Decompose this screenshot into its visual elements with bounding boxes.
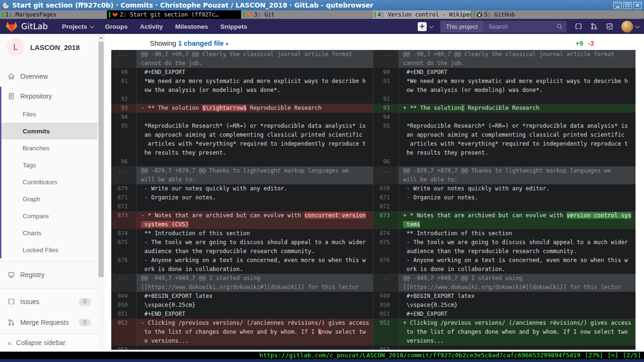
old-line-number[interactable]: 951	[111, 310, 137, 319]
new-code: @@ -90,7 +90,7 @@ Clearly the classical …	[399, 50, 636, 68]
project-header[interactable]: L LASCON_2018	[0, 34, 98, 60]
sidebar-item-commits[interactable]: Commits	[0, 123, 98, 140]
new-line-number[interactable]: 872	[373, 202, 399, 211]
new-line-number[interactable]: 875	[373, 238, 399, 256]
old-line-number[interactable]: 871	[111, 193, 137, 202]
old-line-number[interactable]: 874	[111, 229, 137, 238]
new-line-number[interactable]: 96	[373, 157, 399, 166]
showing-prefix: Showing	[150, 40, 176, 47]
new-line-number[interactable]: 874	[373, 229, 399, 238]
tab-2[interactable]: 2: Start git section (ff927c…	[107, 10, 241, 19]
old-line-number[interactable]: 90	[111, 68, 137, 77]
sidebar-item-contributors[interactable]: Contributors	[0, 173, 98, 190]
new-dropdown[interactable]: +	[418, 22, 432, 31]
tab-1[interactable]: 1: MarquesPages	[0, 10, 107, 19]
sidebar-item-registry[interactable]: Registry	[0, 264, 98, 285]
issues-nav-icon[interactable]	[575, 23, 582, 30]
new-line-number[interactable]: 94	[373, 113, 399, 122]
sidebar-item-repository[interactable]: Repository	[0, 87, 98, 106]
sidebar-item-label: Compare	[23, 213, 49, 220]
old-line-number[interactable]: 93	[111, 104, 137, 113]
tab-3[interactable]: 3: Git	[241, 10, 372, 19]
sidebar-item-merge-requests[interactable]: Merge Requests0	[0, 312, 98, 333]
sidebar-item-branches[interactable]: Branches	[0, 140, 98, 156]
collapse-sidebar-button[interactable]: « Collapse sidebar	[0, 333, 98, 352]
new-line-number[interactable]: 91	[373, 77, 399, 95]
new-line-number[interactable]: 870	[373, 184, 399, 193]
new-code: #+END_EXPORT	[399, 68, 636, 77]
old-line-number[interactable]: 950	[111, 301, 137, 310]
sidebar-item-tags[interactable]: Tags	[0, 156, 98, 173]
sidebar-item-charts[interactable]: Charts	[0, 224, 98, 241]
new-line-number[interactable]: 873	[373, 211, 399, 229]
new-code: *We need are more systematic and more ex…	[399, 77, 636, 95]
new-line-number[interactable]: 90	[373, 68, 399, 77]
nav-activity[interactable]: Activity	[140, 23, 163, 30]
old-line-number[interactable]: 873	[111, 211, 137, 229]
old-line-number[interactable]: ...	[111, 166, 137, 184]
collapse-label: Collapse sidebar	[16, 339, 65, 346]
tab-5[interactable]: 5: GitHub	[471, 10, 644, 19]
old-line-number[interactable]: 953	[111, 346, 137, 350]
sidebar-item-label: Registry	[20, 271, 44, 279]
user-menu[interactable]	[621, 21, 638, 33]
nav-groups[interactable]: Groups	[105, 23, 128, 30]
showing-text: Showing 1 changed file ▾	[150, 40, 228, 47]
old-line-number[interactable]: 96	[111, 157, 137, 166]
sidebar-item-label: Merge Requests	[20, 319, 69, 326]
scrollbar-up-arrow-icon[interactable]: ▲	[98, 34, 105, 41]
close-button[interactable]: ×	[633, 2, 642, 9]
new-line-number[interactable]: ...	[373, 166, 399, 184]
sidebar-item-overview[interactable]: Overview	[0, 66, 98, 87]
old-line-number[interactable]: 876	[111, 256, 137, 274]
sidebar-scrollbar[interactable]: ▲	[98, 34, 105, 352]
old-line-number[interactable]: 872	[111, 202, 137, 211]
merge-requests-nav-icon[interactable]	[590, 23, 598, 30]
new-line-number[interactable]: 952	[373, 319, 399, 346]
new-line-number[interactable]: 951	[373, 310, 399, 319]
sidebar-item-files[interactable]: Files	[0, 106, 98, 123]
nav-snippets[interactable]: Snippets	[220, 23, 247, 30]
new-line-number[interactable]: 949	[373, 292, 399, 301]
sidebar-item-graph[interactable]: Graph	[0, 190, 98, 207]
todos-icon[interactable]	[606, 23, 613, 30]
sidebar-item-compare[interactable]: Compare	[0, 207, 98, 224]
scrollbar-thumb[interactable]	[99, 41, 104, 277]
tab-4[interactable]: 4: Version control - Wikipedia	[372, 10, 471, 19]
nav-milestones[interactable]: Milestones	[175, 23, 208, 30]
new-line-number[interactable]: ...	[373, 50, 399, 68]
old-line-number[interactable]: 875	[111, 238, 137, 256]
sidebar-item-locked-files[interactable]: Locked Files	[0, 241, 98, 258]
new-line-number[interactable]: 950	[373, 301, 399, 310]
minimize-button[interactable]	[613, 2, 622, 9]
new-line-number[interactable]: ...	[373, 274, 399, 292]
diff-row: 9696	[111, 157, 636, 166]
new-line-number[interactable]: 95	[373, 122, 399, 157]
search-input[interactable]	[487, 23, 553, 31]
new-line-number[interactable]: 876	[373, 256, 399, 274]
new-line-number[interactable]: 953	[373, 346, 399, 350]
nav-item-label: Snippets	[220, 23, 247, 30]
window-controls: ×	[613, 2, 642, 9]
additions-count: +9	[576, 40, 584, 47]
old-line-number[interactable]: 952	[111, 319, 137, 346]
old-line-number[interactable]: 92	[111, 95, 137, 104]
old-line-number[interactable]: 870	[111, 184, 137, 193]
new-line-number[interactable]: 92	[373, 95, 399, 104]
new-code	[399, 157, 636, 166]
new-code: - The tools we are going to discuss shou…	[399, 238, 636, 256]
new-line-number[interactable]: 871	[373, 193, 399, 202]
old-line-number[interactable]: ...	[111, 274, 137, 292]
nav-projects[interactable]: Projects	[62, 23, 92, 30]
old-line-number[interactable]: ...	[111, 50, 137, 68]
old-line-number[interactable]: 95	[111, 122, 137, 157]
maximize-button[interactable]	[623, 2, 632, 9]
gitlab-logo[interactable]: GitLab	[6, 21, 48, 33]
sidebar-item-issues[interactable]: Issues0	[0, 291, 98, 312]
old-line-number[interactable]: 91	[111, 77, 137, 95]
old-line-number[interactable]: 94	[111, 113, 137, 122]
new-code	[399, 202, 636, 211]
new-line-number[interactable]: 93	[373, 104, 399, 113]
old-line-number[interactable]: 949	[111, 292, 137, 301]
changed-files-dropdown[interactable]: 1 changed file	[178, 40, 224, 47]
